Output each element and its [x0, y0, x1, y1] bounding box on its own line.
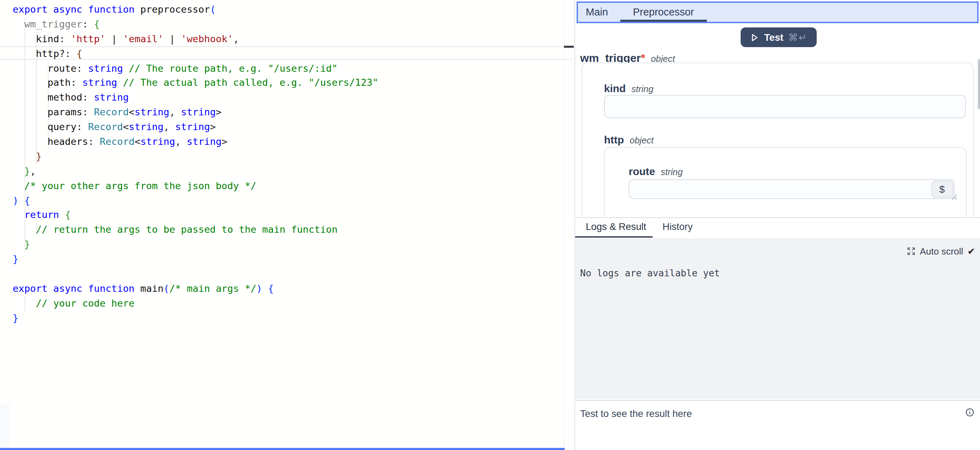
result-hint-text: Test to see the result here	[580, 409, 692, 420]
auto-scroll-label: Auto scroll	[920, 246, 963, 256]
code-line[interactable]: }	[13, 311, 378, 325]
http-object-box: route string $ path string	[604, 147, 967, 217]
route-input-wrap: $	[629, 179, 955, 199]
template-variable-button[interactable]: $	[931, 181, 953, 197]
code-line[interactable]: method: string	[13, 90, 378, 105]
code-line[interactable]: query: Record<string, string>	[13, 119, 378, 134]
route-input[interactable]	[629, 179, 955, 199]
editor-scroll-gutter	[564, 0, 565, 450]
auto-scroll-toggle[interactable]: Auto scroll ✔	[907, 246, 975, 256]
tab-main[interactable]: Main	[586, 6, 608, 17]
code-line[interactable]: },	[13, 164, 378, 179]
field-type: string	[632, 84, 654, 94]
field-kind: kind string	[604, 82, 653, 94]
kind-input[interactable]	[604, 95, 966, 118]
field-type: object	[630, 135, 654, 146]
tab-logs-result[interactable]: Logs & Result	[586, 222, 646, 232]
editor-bottom-accent-bar	[0, 448, 565, 450]
code-line[interactable]: params: Record<string, string>	[13, 105, 378, 119]
no-logs-message: No logs are available yet	[580, 268, 720, 278]
test-button-shortcut: ⌘↵	[789, 32, 808, 43]
overview-ruler-cursor-mark	[564, 46, 573, 48]
field-http: http object	[604, 134, 654, 146]
code-line[interactable]: export async function main(/* main args …	[13, 281, 378, 296]
script-editor-window: export async function preprocessor( wm_t…	[0, 0, 980, 450]
editor-tabbar: Main Preprocessor	[577, 2, 978, 23]
code-content[interactable]: export async function preprocessor( wm_t…	[13, 2, 378, 325]
code-line[interactable]	[13, 266, 378, 281]
code-line[interactable]: http?: {	[13, 46, 378, 61]
code-line[interactable]: route: string // The route path, e.g. "/…	[13, 61, 378, 76]
field-name: kind	[604, 82, 626, 94]
play-icon	[750, 33, 759, 42]
preview-panel: Main Preprocessor Test ⌘↵ wm_trigger* ob…	[576, 0, 980, 450]
code-line[interactable]: path: string // The actual path called, …	[13, 76, 378, 90]
code-line[interactable]: ) {	[13, 193, 378, 208]
wm-trigger-object-box: kind string http object route string $	[582, 63, 974, 217]
field-name: wm_trigger	[580, 52, 641, 64]
required-asterisk: *	[641, 52, 645, 64]
tab-history[interactable]: History	[662, 222, 693, 232]
tab-preprocessor[interactable]: Preprocessor	[633, 6, 694, 17]
active-tab-underline	[620, 20, 707, 22]
info-icon[interactable]	[965, 408, 974, 417]
field-name: http	[604, 134, 624, 146]
result-area: Test to see the result here	[576, 401, 980, 450]
code-line[interactable]: return {	[13, 208, 378, 223]
editor-margin-strip	[0, 404, 10, 448]
code-line[interactable]: }	[13, 252, 378, 266]
code-line[interactable]: }	[13, 149, 378, 164]
code-editor[interactable]: export async function preprocessor( wm_t…	[0, 0, 574, 450]
test-button[interactable]: Test ⌘↵	[741, 27, 817, 47]
code-line[interactable]: // return the args to be passed to the m…	[13, 223, 378, 237]
code-line[interactable]: kind: 'http' | 'email' | 'webhook',	[13, 32, 378, 46]
code-line[interactable]: export async function preprocessor(	[13, 2, 378, 17]
code-line[interactable]: // your code here	[13, 296, 378, 311]
resize-grip-icon[interactable]	[951, 194, 958, 200]
test-button-label: Test	[764, 32, 784, 43]
schema-form: wm_trigger* object kind string http obje…	[576, 48, 980, 217]
form-scrollbar-thumb[interactable]	[978, 59, 980, 109]
pane-divider[interactable]	[574, 0, 575, 450]
field-name: route	[629, 165, 655, 177]
logs-panel: Logs & Result History Auto scroll ✔ No l…	[576, 217, 980, 450]
expand-icon[interactable]	[907, 247, 916, 255]
code-line[interactable]: wm_trigger: {	[13, 17, 378, 32]
code-line[interactable]: }	[13, 237, 378, 252]
log-output-area: Auto scroll ✔ No logs are available yet	[576, 238, 980, 400]
code-line[interactable]: headers: Record<string, string>	[13, 134, 378, 149]
auto-scroll-checkmark: ✔	[967, 246, 975, 256]
field-type: string	[661, 166, 683, 177]
field-route: route string	[629, 165, 683, 177]
code-line[interactable]: /* your other args from the json body */	[13, 178, 378, 193]
